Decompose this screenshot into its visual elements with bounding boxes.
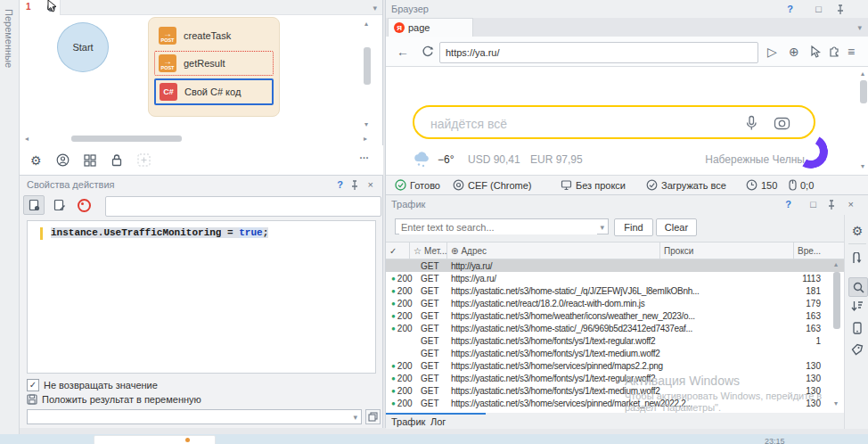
designer-canvas[interactable]: Start POST createTask POST getResult C# … [20,15,373,134]
canvas-vertical-scrollbar[interactable]: ▴ ▾ [362,15,373,134]
status-proxy[interactable]: Без прокси [561,179,626,191]
code-editor[interactable]: instance.UseTrafficMonitoring = true; [27,220,376,374]
pointer-icon[interactable] [810,45,821,58]
scroll-up-icon[interactable]: ▴ [364,21,368,28]
table-row[interactable]: ●200GEThttps://yastatic.net/react/18.2.0… [386,297,844,309]
variables-sidebar[interactable]: Переменные [0,0,20,434]
tab-list-icon[interactable]: ▾ [857,23,862,32]
properties-toolbar-input[interactable] [105,196,381,217]
grid-scrollbar[interactable]: ▴ ▾ [831,258,843,413]
eur-rate[interactable]: EUR 97,95 [530,153,583,166]
table-row[interactable]: ●200GEThttps://yastatic.net/s3/home/weat… [386,309,844,322]
table-row[interactable]: GEThttps://yastatic.net/s3/home/fonts/ys… [386,334,844,347]
table-row[interactable]: ●200GEThttps://yastatic.net/s3/home-stat… [386,322,844,334]
tab-log[interactable]: Лог [430,416,446,427]
record-button[interactable] [73,195,94,215]
weather-icon[interactable] [413,152,432,168]
grid-icon[interactable] [84,154,96,167]
more-options-icon[interactable]: … [359,150,370,160]
pin-icon[interactable] [350,180,359,191]
column-method[interactable]: ☆Мет... [410,243,447,259]
result-variable-combo[interactable]: ▾ [27,409,362,424]
table-row[interactable]: ●200GEThttps://yastatic.net/s3/home-stat… [386,284,844,297]
settings-icon[interactable]: ⚙ [848,222,866,240]
column-proxy[interactable]: Прокси [660,243,794,259]
no-return-checkbox[interactable]: ✓ [27,379,39,391]
table-row[interactable]: ●200GEThttps://ya.ru/1113 [386,272,844,284]
url-input[interactable] [439,42,758,63]
maximize-icon[interactable]: □ [815,4,822,14]
menu-icon[interactable]: ≡ [848,45,855,59]
tab-dropdown-icon[interactable]: ▾ [373,4,377,12]
scroll-left-icon[interactable]: ◂ [25,136,29,143]
city-name[interactable]: Набережные Челны [705,153,805,166]
task-createTask[interactable]: POST createTask [154,23,274,48]
chevron-down-icon[interactable]: ▾ [353,413,357,422]
device-icon[interactable] [853,322,862,334]
scroll-down-icon[interactable]: ▾ [364,121,368,128]
edit-script-button[interactable] [48,195,70,215]
script-mode-button[interactable] [23,195,45,215]
tab-traffic[interactable]: Трафик [391,416,425,427]
pin-icon[interactable] [827,200,836,210]
help-icon[interactable]: ? [337,179,343,190]
status-engine[interactable]: CEF (Chrome) [453,179,532,191]
settings-icon[interactable]: ⚙ [30,153,42,168]
step-icon[interactable] [852,252,864,265]
scrollbar-thumb[interactable] [364,47,371,85]
sort-icon[interactable] [851,300,864,312]
maximize-icon[interactable]: □ [810,199,816,210]
task-custom-csharp[interactable]: C# Свой C# код [154,78,274,105]
task-group[interactable]: POST createTask POST getResult C# Свой C… [148,17,280,117]
close-icon[interactable]: × [368,179,373,190]
usd-rate[interactable]: USD 90,41 [468,153,520,166]
column-address[interactable]: ⊕Адрес [447,243,660,259]
column-time[interactable]: Вре... [794,243,833,259]
tag-icon[interactable] [851,343,864,356]
table-row[interactable]: GEThttps://yastatic.net/s3/home/fonts/ys… [386,347,844,359]
scrollbar-thumb[interactable] [833,272,840,329]
traffic-search-combo[interactable]: ▾ [395,218,609,234]
help-icon[interactable]: ? [785,199,791,210]
temperature[interactable]: −6° [438,153,454,166]
target-icon[interactable]: ⊕ [789,45,799,59]
scrollbar-thumb[interactable] [71,136,182,142]
search-icon[interactable] [848,277,868,297]
scroll-down-icon[interactable]: ▾ [861,163,864,170]
taskbar-window-preview[interactable] [94,435,216,444]
task-getResult[interactable]: POST getResult [154,51,274,76]
scroll-right-icon[interactable]: ▸ [364,136,367,143]
browser-tab-page[interactable]: Я page [388,18,473,37]
scrollbar-thumb[interactable] [860,80,867,103]
status-coords[interactable]: 0;0 [789,179,814,191]
traffic-search-input[interactable] [399,220,597,234]
clear-button[interactable]: Clear [656,218,697,236]
extensions-icon[interactable] [828,45,840,58]
back-icon[interactable]: ← [397,45,409,59]
table-row[interactable]: ●200GEThttps://yastatic.net/s3/home/serv… [386,397,844,409]
scroll-up-icon[interactable]: ▴ [861,70,864,78]
yandex-search-box[interactable] [413,105,815,139]
copy-variable-button[interactable] [365,409,381,424]
microphone-icon[interactable] [744,115,758,131]
add-region-icon[interactable] [137,153,151,167]
chevron-down-icon[interactable]: ▾ [600,223,604,232]
status-timeout[interactable]: 150 [746,179,777,191]
refresh-icon[interactable] [422,45,434,58]
column-check[interactable]: ✓ [386,243,410,259]
scroll-down-icon[interactable]: ▾ [834,400,838,407]
start-node[interactable]: Start [57,22,109,72]
page-scrollbar[interactable]: ▴ ▾ [858,69,868,172]
user-icon[interactable] [56,153,70,167]
pin-icon[interactable] [836,4,845,15]
yandex-search-input[interactable] [429,112,726,136]
help-icon[interactable]: ? [787,4,793,14]
browser-viewport[interactable]: −6° USD 90,41 EUR 97,95 Набережные Челны… [386,67,868,175]
play-icon[interactable]: ▷ [767,45,777,59]
table-row[interactable]: GEThttp://ya.ru/ [386,259,844,272]
table-row[interactable]: ●200GEThttps://yastatic.net/s3/home/font… [386,384,844,397]
table-row[interactable]: ●200GEThttps://yastatic.net/s3/home/font… [386,372,844,384]
image-search-icon[interactable] [774,115,790,131]
find-button[interactable]: Find [614,218,653,236]
canvas-horizontal-scrollbar[interactable]: ◂ ▸ [20,134,373,144]
